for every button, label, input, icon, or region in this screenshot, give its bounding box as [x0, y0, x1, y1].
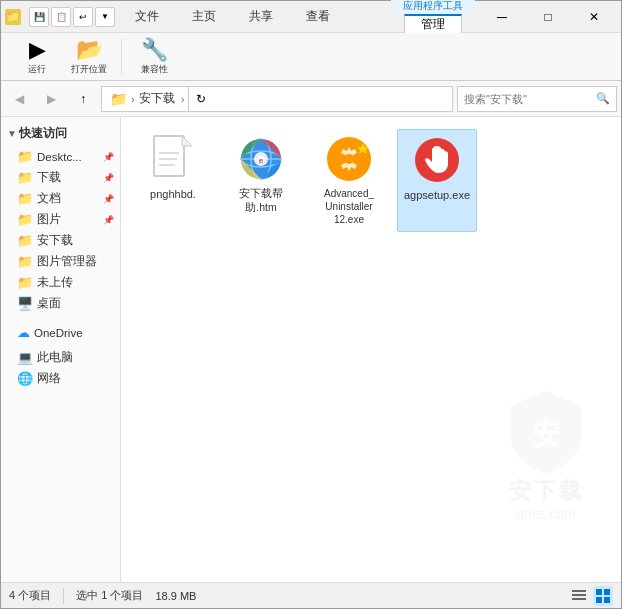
file-icon-uninstaller: [325, 135, 373, 183]
file-label-pnghhbd: pnghhbd.: [150, 187, 196, 201]
anxiazai-folder-icon: 📁: [17, 233, 33, 248]
documents-label: 文档: [37, 191, 61, 206]
sidebar-item-imgmanager[interactable]: 📁 图片管理器: [1, 251, 120, 272]
svg-rect-3: [159, 152, 179, 154]
sidebar-item-onedrive[interactable]: ☁ OneDrive: [1, 322, 120, 343]
sidebar-item-appdesktop[interactable]: 🖥️ 桌面: [1, 293, 120, 314]
ribbon-openpath-button[interactable]: 📂 打开位置: [65, 37, 113, 76]
onedrive-label: OneDrive: [34, 327, 83, 339]
back-button[interactable]: ◀: [5, 85, 33, 113]
sidebar-item-anxiazai[interactable]: 📁 安下载: [1, 230, 120, 251]
svg-marker-2: [182, 136, 192, 146]
sidebar: ▼ 快速访问 📁 Desktc... 📌 📁 下载 📌 📁 文档 📌 📁 图片: [1, 117, 121, 582]
quick-access-arrow: ▼: [7, 128, 17, 139]
watermark-subtext: anxz.com: [516, 506, 576, 522]
svg-rect-18: [572, 598, 586, 600]
tab-file[interactable]: 文件: [119, 1, 176, 32]
forward-button[interactable]: ▶: [37, 85, 65, 113]
search-icon: 🔍: [596, 92, 610, 105]
sidebar-item-thispc[interactable]: 💻 此电脑: [1, 347, 120, 368]
svg-rect-1: [154, 136, 184, 176]
tab-view[interactable]: 查看: [290, 1, 347, 32]
file-label-uninstaller: Advanced_Uninstaller12.exe: [324, 187, 374, 226]
sidebar-item-documents[interactable]: 📁 文档 📌: [1, 188, 120, 209]
window: 📁 💾 📋 ↩ ▼ 文件 主页 共享 查看 应用程序工具 管理 ─ □: [0, 0, 622, 609]
titlebar: 📁 💾 📋 ↩ ▼ 文件 主页 共享 查看 应用程序工具 管理 ─ □: [1, 1, 621, 33]
close-button[interactable]: ✕: [571, 1, 617, 33]
svg-rect-16: [572, 590, 586, 592]
up-button[interactable]: ↑: [69, 85, 97, 113]
details-view-button[interactable]: [569, 586, 589, 606]
network-label: 网络: [37, 371, 61, 386]
documents-pin-icon: 📌: [103, 194, 114, 204]
file-icon-agpsetup: [413, 136, 461, 184]
window-controls: ─ □ ✕: [479, 1, 617, 33]
address-path-part: 安下载: [139, 90, 175, 107]
file-item-pnghhbd[interactable]: pnghhbd.: [133, 129, 213, 232]
file-item-htm[interactable]: e 安下载帮助.htm: [221, 129, 301, 232]
tab-share[interactable]: 共享: [233, 1, 290, 32]
content-area: 安 安下载 anxz.com: [121, 117, 621, 582]
pictures-label: 图片: [37, 212, 61, 227]
anxiazai-label: 安下载: [37, 233, 73, 248]
quick-access-header[interactable]: ▼ 快速访问: [1, 121, 120, 146]
tab-manage[interactable]: 管理: [404, 14, 462, 34]
pictures-folder-icon: 📁: [17, 212, 33, 227]
item-count: 4 个项目: [9, 588, 51, 603]
sidebar-item-downloads[interactable]: 📁 下载 📌: [1, 167, 120, 188]
svg-text:安: 安: [530, 418, 560, 450]
sidebar-item-network[interactable]: 🌐 网络: [1, 368, 120, 389]
app-icon: 📁: [5, 9, 21, 25]
appdesktop-label: 桌面: [37, 296, 61, 311]
search-box[interactable]: 🔍: [457, 86, 617, 112]
quick-access-toolbar: 💾 📋 ↩ ▼: [29, 7, 115, 27]
selected-count: 选中 1 个项目: [76, 588, 143, 603]
address-box[interactable]: 📁 › 安下载 › ↻: [101, 86, 453, 112]
addressbar: ◀ ▶ ↑ 📁 › 安下载 › ↻ 🔍: [1, 81, 621, 117]
qat-undo-button[interactable]: ↩: [73, 7, 93, 27]
downloads-pin-icon: 📌: [103, 173, 114, 183]
ribbon-compat-button[interactable]: 🔧 兼容性: [130, 37, 178, 76]
sidebar-item-unuploaded[interactable]: 📁 未上传: [1, 272, 120, 293]
large-icons-view-button[interactable]: [593, 586, 613, 606]
qat-dropdown-button[interactable]: ▼: [95, 7, 115, 27]
file-item-agpsetup[interactable]: agpsetup.exe: [397, 129, 477, 232]
qat-save-button[interactable]: 💾: [29, 7, 49, 27]
address-sep: ›: [131, 93, 135, 105]
desktop-pin-icon: 📌: [103, 152, 114, 162]
status-separator-1: [63, 588, 64, 604]
downloads-folder-icon: 📁: [17, 170, 33, 185]
file-item-uninstaller[interactable]: Advanced_Uninstaller12.exe: [309, 129, 389, 232]
minimize-button[interactable]: ─: [479, 1, 525, 33]
qat-paste-button[interactable]: 📋: [51, 7, 71, 27]
maximize-button[interactable]: □: [525, 1, 571, 33]
watermark: 安 安下载 anxz.com: [501, 386, 591, 522]
svg-text:e: e: [259, 156, 264, 165]
thispc-label: 此电脑: [37, 350, 73, 365]
svg-rect-22: [604, 597, 610, 603]
titlebar-left: 📁 💾 📋 ↩ ▼: [5, 7, 115, 27]
svg-rect-21: [596, 597, 602, 603]
svg-rect-5: [159, 164, 175, 166]
desktop-folder-icon: 📁: [17, 149, 33, 164]
main-area: ▼ 快速访问 📁 Desktc... 📌 📁 下载 📌 📁 文档 📌 📁 图片: [1, 117, 621, 582]
watermark-shield-icon: 安: [501, 386, 591, 476]
file-icon-pnghhbd: [149, 135, 197, 183]
documents-folder-icon: 📁: [17, 191, 33, 206]
sidebar-item-pictures[interactable]: 📁 图片 📌: [1, 209, 120, 230]
file-label-htm: 安下载帮助.htm: [239, 187, 283, 214]
svg-rect-17: [572, 594, 586, 596]
tab-home[interactable]: 主页: [176, 1, 233, 32]
ribbon-run-button[interactable]: ▶ 运行: [13, 37, 61, 76]
sidebar-item-desktop[interactable]: 📁 Desktc... 📌: [1, 146, 120, 167]
file-grid: pnghhbd.: [129, 125, 613, 236]
network-icon: 🌐: [17, 371, 33, 386]
onedrive-icon: ☁: [17, 325, 30, 340]
file-icon-htm: e: [237, 135, 285, 183]
refresh-button[interactable]: ↻: [188, 86, 212, 112]
context-tab-group: 应用程序工具 管理: [391, 0, 475, 34]
address-arrow: ›: [181, 93, 185, 105]
imgmanager-folder-icon: 📁: [17, 254, 33, 269]
thispc-icon: 💻: [17, 350, 33, 365]
search-input[interactable]: [464, 93, 592, 105]
